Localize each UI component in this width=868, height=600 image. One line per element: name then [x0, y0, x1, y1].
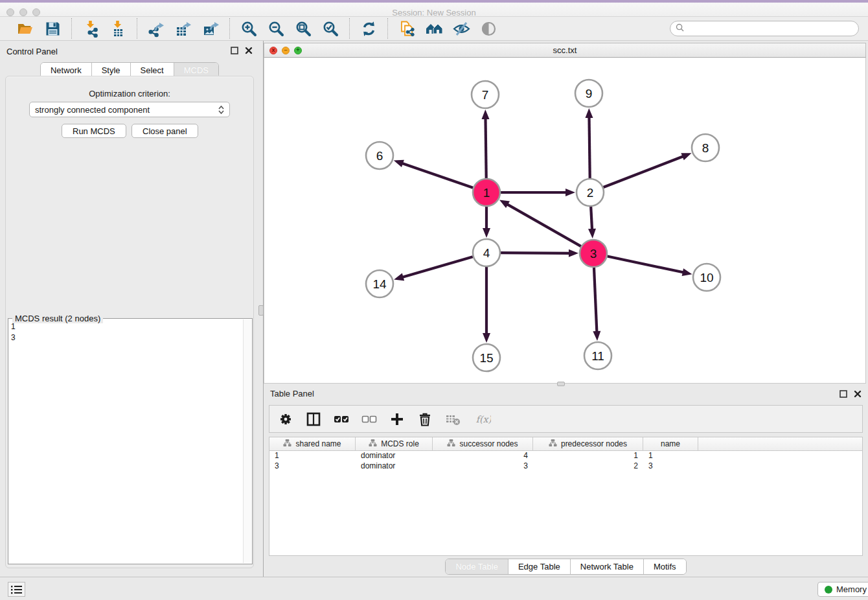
- edge-3-11[interactable]: [593, 268, 600, 341]
- node-label: 15: [479, 351, 493, 365]
- network-window-titlebar[interactable]: x – + scc.txt: [264, 43, 866, 58]
- node-9[interactable]: 9: [575, 80, 602, 107]
- edge-2-8[interactable]: [604, 153, 692, 187]
- table-cell[interactable]: 3: [433, 461, 533, 472]
- horizontal-splitter-grip[interactable]: [557, 382, 565, 386]
- network-canvas[interactable]: 1234678910111415: [264, 58, 866, 384]
- task-history-button[interactable]: [8, 582, 25, 597]
- node-4[interactable]: 4: [473, 239, 500, 266]
- table-cell[interactable]: dominator: [356, 451, 433, 461]
- node-10[interactable]: 10: [693, 264, 720, 291]
- edge-3-10[interactable]: [608, 257, 692, 276]
- home-icon[interactable]: [424, 19, 444, 38]
- memory-button[interactable]: Memory: [817, 582, 868, 597]
- search-field[interactable]: [670, 21, 859, 36]
- mcds-result-box: MCDS result (2 nodes) 1 3: [8, 318, 253, 564]
- duplicate-network-icon[interactable]: [397, 19, 417, 38]
- node-1[interactable]: 1: [473, 179, 500, 206]
- search-input[interactable]: [684, 24, 853, 33]
- vertical-splitter-grip[interactable]: [258, 305, 264, 316]
- import-table-icon[interactable]: [108, 19, 128, 38]
- mcds-result-scrollbar[interactable]: [243, 319, 251, 563]
- table-cell[interactable]: 4: [433, 451, 533, 461]
- table-cell[interactable]: 3: [643, 461, 698, 472]
- node-14[interactable]: 14: [366, 270, 393, 297]
- show-columns-icon[interactable]: [305, 411, 322, 428]
- tab-network-table[interactable]: Network Table: [571, 559, 644, 574]
- node-7[interactable]: 7: [472, 81, 499, 108]
- node-6[interactable]: 6: [366, 142, 393, 169]
- refresh-icon[interactable]: [359, 19, 378, 38]
- node-15[interactable]: 15: [473, 344, 500, 371]
- table-cell[interactable]: dominator: [356, 461, 433, 472]
- open-file-icon[interactable]: [16, 19, 35, 38]
- node-label: 3: [590, 247, 597, 260]
- edge-4-3[interactable]: [501, 249, 578, 257]
- float-panel-icon[interactable]: [839, 389, 847, 400]
- table-cell[interactable]: 1: [643, 451, 698, 461]
- column-header-shared-name[interactable]: shared name: [269, 437, 356, 450]
- edge-1-6[interactable]: [394, 160, 473, 188]
- zoom-out-icon[interactable]: [266, 19, 286, 38]
- edge-4-14[interactable]: [394, 257, 473, 281]
- node-11[interactable]: 11: [584, 342, 611, 369]
- tab-node-table[interactable]: Node Table: [446, 559, 508, 574]
- close-panel-icon[interactable]: [854, 389, 862, 400]
- deselect-all-rows-icon[interactable]: [361, 411, 378, 428]
- run-mcds-button[interactable]: Run MCDS: [62, 124, 126, 138]
- network-view-window: x – + scc.txt 1234678910111415: [264, 41, 866, 384]
- select-all-rows-icon[interactable]: [333, 411, 350, 428]
- table-row[interactable]: 3dominator323: [269, 461, 862, 472]
- edge-3-1[interactable]: [499, 200, 581, 246]
- node-label: 10: [700, 271, 713, 284]
- table-row[interactable]: 1dominator411: [269, 451, 862, 461]
- node-2[interactable]: 2: [577, 179, 604, 206]
- export-image-icon[interactable]: [201, 19, 220, 38]
- svg-text:f(x): f(x): [476, 413, 491, 424]
- network-graph[interactable]: 1234678910111415: [264, 58, 865, 382]
- zoom-selected-icon[interactable]: [321, 19, 340, 38]
- float-panel-icon[interactable]: [231, 45, 238, 57]
- close-panel-button[interactable]: Close panel: [131, 124, 198, 138]
- zoom-in-icon[interactable]: [239, 19, 258, 38]
- save-session-icon[interactable]: [43, 19, 62, 38]
- table-panel-window-buttons: [839, 389, 862, 400]
- close-panel-icon[interactable]: [245, 45, 253, 57]
- edge-1-4[interactable]: [483, 207, 490, 238]
- optimization-criterion-select[interactable]: strongly connected component: [29, 102, 230, 117]
- edge-4-15[interactable]: [483, 267, 490, 343]
- edge-1-2[interactable]: [501, 189, 575, 196]
- export-network-icon[interactable]: [146, 19, 166, 38]
- column-header-MCDS-role[interactable]: MCDS role: [356, 437, 433, 450]
- edge-1-7[interactable]: [482, 110, 490, 178]
- window-titlebar: Session: New Session: [0, 3, 868, 17]
- table-cell[interactable]: 1: [533, 451, 643, 461]
- table-settings-gear-icon[interactable]: [277, 411, 294, 428]
- tab-edge-table[interactable]: Edge Table: [508, 559, 571, 574]
- node-label: 11: [591, 349, 604, 363]
- window-title: Session: New Session: [0, 8, 868, 17]
- graphics-details-icon[interactable]: [451, 19, 471, 38]
- node-label: 2: [587, 186, 594, 200]
- import-network-icon[interactable]: [81, 19, 100, 38]
- column-header-predecessor-nodes[interactable]: predecessor nodes: [533, 437, 643, 450]
- node-8[interactable]: 8: [692, 134, 719, 161]
- column-sort-icon: [369, 439, 377, 449]
- table-cell[interactable]: 1: [269, 451, 356, 461]
- tab-motifs[interactable]: Motifs: [644, 559, 686, 574]
- edge-2-3[interactable]: [588, 207, 596, 238]
- table-cell[interactable]: 3: [269, 461, 356, 472]
- add-column-icon[interactable]: [389, 411, 405, 428]
- mcds-result-text[interactable]: 1 3: [11, 321, 242, 562]
- show-hide-panel-icon[interactable]: [479, 19, 498, 38]
- edge-2-9[interactable]: [585, 108, 593, 178]
- node-label: 6: [376, 149, 383, 163]
- column-header-successor-nodes[interactable]: successor nodes: [433, 437, 533, 450]
- delete-columns-icon[interactable]: [417, 411, 433, 428]
- export-table-icon[interactable]: [174, 19, 193, 38]
- column-header-name[interactable]: name: [643, 437, 698, 450]
- table-cell[interactable]: 2: [533, 461, 643, 472]
- node-label: 14: [372, 277, 387, 291]
- zoom-fit-icon[interactable]: [293, 19, 313, 38]
- node-3[interactable]: 3: [580, 240, 607, 267]
